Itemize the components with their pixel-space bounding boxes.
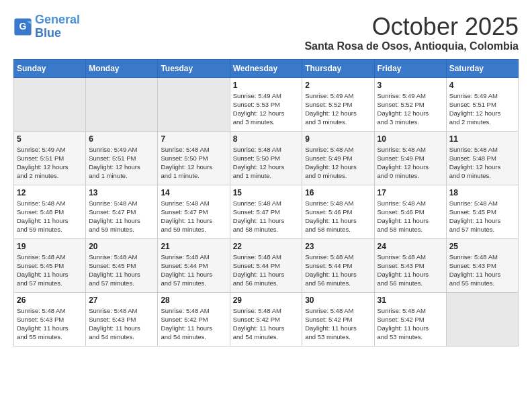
day-number: 18 (449, 188, 515, 197)
col-monday: Monday (86, 59, 158, 77)
table-row: 5Sunrise: 5:49 AMSunset: 5:51 PMDaylight… (14, 131, 86, 185)
day-number: 16 (305, 188, 371, 197)
table-row: 13Sunrise: 5:48 AMSunset: 5:47 PMDayligh… (86, 185, 158, 238)
day-number: 5 (17, 134, 83, 144)
table-row: 11Sunrise: 5:48 AMSunset: 5:48 PMDayligh… (446, 131, 518, 185)
day-info: Sunrise: 5:48 AMSunset: 5:49 PMDaylight:… (378, 145, 443, 181)
table-row: 21Sunrise: 5:48 AMSunset: 5:44 PMDayligh… (158, 238, 230, 292)
table-row: 8Sunrise: 5:48 AMSunset: 5:50 PMDaylight… (230, 131, 302, 185)
day-number: 6 (89, 134, 154, 144)
day-number: 17 (378, 188, 443, 197)
logo-text: GeneralBlue (35, 13, 80, 40)
day-info: Sunrise: 5:48 AMSunset: 5:47 PMDaylight:… (233, 199, 300, 234)
day-info: Sunrise: 5:48 AMSunset: 5:44 PMDaylight:… (305, 253, 371, 288)
day-info: Sunrise: 5:48 AMSunset: 5:48 PMDaylight:… (17, 199, 83, 234)
day-number: 13 (89, 188, 154, 197)
col-saturday: Saturday (446, 59, 518, 77)
table-row: 19Sunrise: 5:48 AMSunset: 5:45 PMDayligh… (14, 238, 86, 292)
day-number: 3 (378, 81, 443, 90)
table-row (86, 77, 158, 131)
table-row: 9Sunrise: 5:48 AMSunset: 5:49 PMDaylight… (302, 131, 374, 185)
table-row: 10Sunrise: 5:48 AMSunset: 5:49 PMDayligh… (374, 131, 446, 185)
table-row: 27Sunrise: 5:48 AMSunset: 5:43 PMDayligh… (86, 292, 158, 346)
day-number: 29 (233, 295, 300, 305)
day-info: Sunrise: 5:48 AMSunset: 5:42 PMDaylight:… (305, 306, 371, 342)
calendar-week-row: 19Sunrise: 5:48 AMSunset: 5:45 PMDayligh… (14, 238, 519, 292)
location-subtitle: Santa Rosa de Osos, Antioquia, Colombia (304, 40, 519, 52)
table-row (158, 77, 230, 131)
day-info: Sunrise: 5:48 AMSunset: 5:43 PMDaylight:… (89, 306, 154, 342)
day-number: 2 (305, 81, 371, 90)
day-number: 31 (378, 295, 443, 305)
day-number: 12 (17, 188, 83, 197)
table-row: 30Sunrise: 5:48 AMSunset: 5:42 PMDayligh… (302, 292, 374, 346)
day-number: 11 (449, 134, 515, 144)
day-number: 15 (233, 188, 300, 197)
logo: G GeneralBlue (13, 13, 80, 40)
calendar-week-row: 5Sunrise: 5:49 AMSunset: 5:51 PMDaylight… (14, 131, 519, 185)
day-info: Sunrise: 5:49 AMSunset: 5:52 PMDaylight:… (305, 91, 371, 127)
logo-icon: G (13, 17, 32, 36)
col-thursday: Thursday (302, 59, 374, 77)
day-info: Sunrise: 5:48 AMSunset: 5:45 PMDaylight:… (89, 253, 154, 288)
table-row: 3Sunrise: 5:49 AMSunset: 5:52 PMDaylight… (374, 77, 446, 131)
day-info: Sunrise: 5:49 AMSunset: 5:51 PMDaylight:… (17, 145, 83, 181)
day-info: Sunrise: 5:48 AMSunset: 5:47 PMDaylight:… (161, 199, 226, 234)
day-info: Sunrise: 5:48 AMSunset: 5:42 PMDaylight:… (378, 306, 443, 342)
day-number: 26 (17, 295, 83, 305)
day-number: 27 (89, 295, 154, 305)
col-sunday: Sunday (14, 59, 86, 77)
table-row: 14Sunrise: 5:48 AMSunset: 5:47 PMDayligh… (158, 185, 230, 238)
table-row: 2Sunrise: 5:49 AMSunset: 5:52 PMDaylight… (302, 77, 374, 131)
day-info: Sunrise: 5:48 AMSunset: 5:46 PMDaylight:… (305, 199, 371, 234)
day-info: Sunrise: 5:48 AMSunset: 5:50 PMDaylight:… (161, 145, 226, 181)
table-row: 31Sunrise: 5:48 AMSunset: 5:42 PMDayligh… (374, 292, 446, 346)
day-number: 7 (161, 134, 226, 144)
table-row: 28Sunrise: 5:48 AMSunset: 5:42 PMDayligh… (158, 292, 230, 346)
day-info: Sunrise: 5:49 AMSunset: 5:51 PMDaylight:… (449, 91, 515, 127)
day-info: Sunrise: 5:48 AMSunset: 5:43 PMDaylight:… (378, 253, 443, 288)
calendar-week-row: 1Sunrise: 5:49 AMSunset: 5:53 PMDaylight… (14, 77, 519, 131)
table-row: 15Sunrise: 5:48 AMSunset: 5:47 PMDayligh… (230, 185, 302, 238)
calendar-header-row: Sunday Monday Tuesday Wednesday Thursday… (14, 59, 519, 77)
table-row: 26Sunrise: 5:48 AMSunset: 5:43 PMDayligh… (14, 292, 86, 346)
table-row: 23Sunrise: 5:48 AMSunset: 5:44 PMDayligh… (302, 238, 374, 292)
day-number: 9 (305, 134, 371, 144)
svg-text:G: G (19, 21, 27, 32)
day-info: Sunrise: 5:48 AMSunset: 5:44 PMDaylight:… (233, 253, 300, 288)
day-info: Sunrise: 5:48 AMSunset: 5:46 PMDaylight:… (378, 199, 443, 234)
calendar-week-row: 12Sunrise: 5:48 AMSunset: 5:48 PMDayligh… (14, 185, 519, 238)
day-number: 8 (233, 134, 300, 144)
table-row: 4Sunrise: 5:49 AMSunset: 5:51 PMDaylight… (446, 77, 518, 131)
day-number: 22 (233, 242, 300, 251)
table-row: 22Sunrise: 5:48 AMSunset: 5:44 PMDayligh… (230, 238, 302, 292)
day-info: Sunrise: 5:48 AMSunset: 5:50 PMDaylight:… (233, 145, 300, 181)
day-number: 1 (233, 81, 300, 90)
day-info: Sunrise: 5:48 AMSunset: 5:45 PMDaylight:… (17, 253, 83, 288)
day-info: Sunrise: 5:48 AMSunset: 5:43 PMDaylight:… (449, 253, 515, 288)
col-friday: Friday (374, 59, 446, 77)
day-info: Sunrise: 5:49 AMSunset: 5:52 PMDaylight:… (378, 91, 443, 127)
table-row: 7Sunrise: 5:48 AMSunset: 5:50 PMDaylight… (158, 131, 230, 185)
day-info: Sunrise: 5:49 AMSunset: 5:51 PMDaylight:… (89, 145, 154, 181)
day-number: 30 (305, 295, 371, 305)
day-info: Sunrise: 5:48 AMSunset: 5:44 PMDaylight:… (161, 253, 226, 288)
day-number: 14 (161, 188, 226, 197)
col-tuesday: Tuesday (158, 59, 230, 77)
day-info: Sunrise: 5:48 AMSunset: 5:45 PMDaylight:… (449, 199, 515, 234)
day-info: Sunrise: 5:48 AMSunset: 5:42 PMDaylight:… (233, 306, 300, 342)
table-row: 18Sunrise: 5:48 AMSunset: 5:45 PMDayligh… (446, 185, 518, 238)
day-number: 19 (17, 242, 83, 251)
table-row: 29Sunrise: 5:48 AMSunset: 5:42 PMDayligh… (230, 292, 302, 346)
table-row: 16Sunrise: 5:48 AMSunset: 5:46 PMDayligh… (302, 185, 374, 238)
day-info: Sunrise: 5:48 AMSunset: 5:43 PMDaylight:… (17, 306, 83, 342)
calendar-table: Sunday Monday Tuesday Wednesday Thursday… (13, 59, 519, 347)
day-info: Sunrise: 5:48 AMSunset: 5:42 PMDaylight:… (161, 306, 226, 342)
day-number: 23 (305, 242, 371, 251)
table-row: 25Sunrise: 5:48 AMSunset: 5:43 PMDayligh… (446, 238, 518, 292)
page-header: G GeneralBlue October 2025 Santa Rosa de… (13, 13, 519, 52)
month-year-title: October 2025 (304, 13, 519, 40)
col-wednesday: Wednesday (230, 59, 302, 77)
table-row (446, 292, 518, 346)
table-row: 12Sunrise: 5:48 AMSunset: 5:48 PMDayligh… (14, 185, 86, 238)
